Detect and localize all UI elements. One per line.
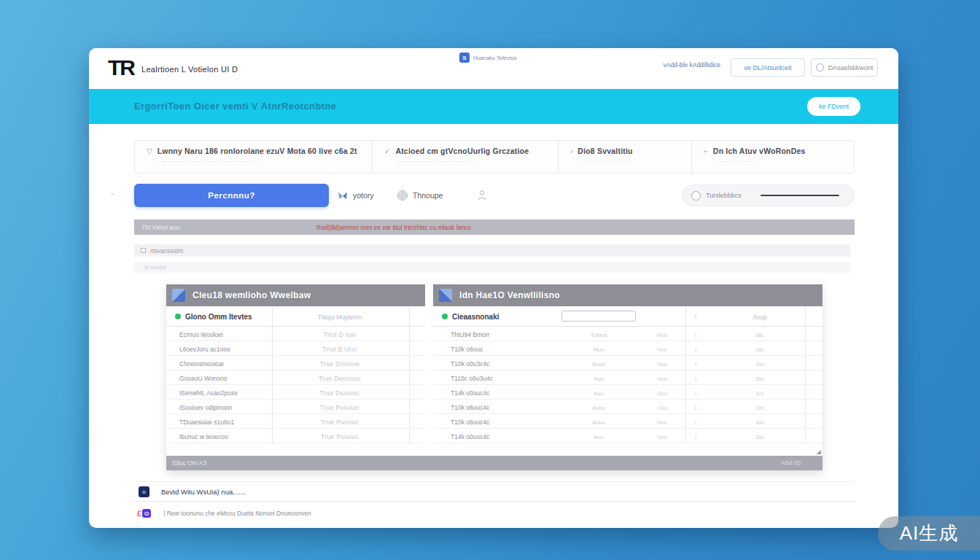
option-row-1[interactable]: rtsvacssatm xyxy=(134,244,850,257)
row-metric: 10c xyxy=(719,376,801,382)
row-name: T110c o6u3u4c xyxy=(451,375,493,382)
row-metric: 18c xyxy=(719,346,801,353)
row-value-a: Auu xyxy=(561,434,636,440)
table-row: T14k o0uuc4cAuuOuu110c xyxy=(433,385,822,400)
row-metric: 10c xyxy=(719,434,801,440)
row-name: L6oevJoru ac1ooo xyxy=(179,346,230,353)
step-3-icon: › xyxy=(570,147,572,155)
table-row: T10k o6uucAtuuNou118c xyxy=(433,341,822,356)
row-metric: 10c xyxy=(719,405,801,411)
action-user[interactable] xyxy=(477,184,487,207)
step-3-subtext: --- -- -- -- -- --- --- xyxy=(583,158,691,163)
butterfly-icon xyxy=(337,190,349,201)
table-row: T14k o0uoc4cAuuNou110c xyxy=(433,429,822,443)
left-col1-header: Glono Omm Itevtes xyxy=(185,313,252,321)
step-4-subtext: ------ -- -- -- --- xyxy=(716,158,854,163)
row-name: T14k o0uoc4c xyxy=(451,433,489,440)
option-row-2[interactable]: st anctui xyxy=(134,262,850,273)
row-metric: 10c xyxy=(719,361,801,368)
tr-logo: TR xyxy=(108,55,134,80)
right-panel: Idn Hae1O Venwllilisno Cieaasnonaki 1 Il… xyxy=(433,284,822,456)
step-4-icon: ⌐ xyxy=(704,147,708,155)
row-name: ThtU94 Bmorr xyxy=(451,331,489,338)
banner-event-button[interactable]: ke FDvent xyxy=(807,97,860,116)
data-panels: Cleu18 wemlioho Wwelbaw Glono Omm Itevte… xyxy=(166,284,822,470)
step-2[interactable]: ✓ Atcioed cm gtVcnoUurlig Grczatioe ----… xyxy=(372,141,558,173)
ai-watermark: AI生成 xyxy=(878,516,980,551)
row-count: 1 xyxy=(685,391,707,396)
table-row: ThtU94 BmorrTulmotNou188c xyxy=(433,327,822,341)
step-1-label: Lwnny Naru 186 ronlorolane ezuV Mota 60 … xyxy=(158,147,357,155)
step-4[interactable]: ⌐ Dn Ich Atuv vWoRonDes ------ -- -- -- … xyxy=(691,141,854,173)
row-value: Triul D iusi xyxy=(273,331,407,338)
footer-brand-logo: £ O xyxy=(137,509,151,518)
status-left-text: Situc Om A3 xyxy=(172,459,206,467)
signature-line xyxy=(761,195,839,196)
option-checkbox[interactable] xyxy=(141,248,146,253)
row-count: 1 xyxy=(685,420,707,425)
right-col1-header: Cieaasnonaki xyxy=(452,313,499,321)
action-thnoupe[interactable]: Thnoupe xyxy=(397,184,443,207)
row-value: True Diuiuiuc xyxy=(273,389,407,397)
status-dot-green xyxy=(442,314,448,319)
row-name: ISenwh6, Acao2puse xyxy=(179,389,238,397)
left-panel-columns: Glono Omm Itevtes Tlaqui Muyamm xyxy=(166,306,425,327)
row-metric: 10c xyxy=(719,419,801,426)
footer-row-1-text: Bevtd Witu WsUia) nua....... xyxy=(161,488,246,496)
row-count: 1 xyxy=(685,347,707,352)
fingerprint-icon xyxy=(397,190,408,201)
row-metric: 88c xyxy=(719,332,801,338)
row-value: Triut B Uroi xyxy=(273,346,407,353)
row-count: 1 xyxy=(685,376,707,381)
filter-radio[interactable] xyxy=(691,191,701,201)
option-row-1-label: rtsvacssatm xyxy=(150,247,183,254)
row-value-a: Tulmot xyxy=(561,332,636,338)
footer-row-2-text: | Rew toonunu che eMcou Dueta Nonvei Dnu… xyxy=(163,510,311,517)
primary-action-button[interactable]: Percnnnu? xyxy=(134,184,329,207)
table-row: L6oevJoru ac1oooTriut B Uroi xyxy=(166,341,425,356)
account-button[interactable]: DAsaelskkwont xyxy=(811,58,878,77)
account-button-label: DAsaelskkwont xyxy=(828,64,874,71)
table-row: GouaoU WononoTrue Duoouuc xyxy=(166,370,425,385)
verify-button[interactable]: ve DL/Atsunlceit xyxy=(731,58,805,77)
row-name: T10k o6uuc4c xyxy=(451,404,489,411)
badge-icon: S xyxy=(459,52,470,63)
step-2-label: Atcioed cm gtVcnoUurlig Grczatioe xyxy=(395,147,529,155)
footer-row-1[interactable]: o Bevtd Witu WsUia) nua....... xyxy=(134,481,855,502)
app-title: Lealrtioen L Votielon UI D xyxy=(141,65,238,74)
row-name: T10k o6uuc xyxy=(451,346,483,353)
row-value-b: Nou xyxy=(643,332,681,338)
account-circle-icon xyxy=(816,63,824,71)
step-1[interactable]: ▽ Lwnny Naru 186 ronlorolane ezuV Mota 6… xyxy=(135,141,372,173)
right-panel-title: Idn Hae1O Venwllilisno xyxy=(459,290,560,300)
panel-search-input[interactable] xyxy=(561,311,636,322)
table-row: TDuaesiaiai s1o6o1True Puiuiuc xyxy=(166,414,425,429)
footer-row-2[interactable]: £ O | Rew toonunu che eMcou Dueta Nonvei… xyxy=(134,505,855,522)
left-panel-header: Cleu18 wemlioho Wwelbaw xyxy=(166,284,425,306)
right-colv-header: Iluup xyxy=(719,314,801,321)
desktop-background: TR Lealrtioen L Votielon UI D S Huanaku … xyxy=(0,0,980,560)
row-value-a: Auu xyxy=(561,390,636,397)
resize-handle-icon[interactable]: ◢ xyxy=(817,448,821,455)
row-value-b: Nou xyxy=(643,346,681,353)
step-1-subtext: ---- --------- ------ ------- ------ ---… xyxy=(159,158,372,163)
header-center-badge: S Huanaku Televisa xyxy=(459,52,516,63)
action-votory[interactable]: yotory xyxy=(337,184,374,207)
table-row: T10k o0u3c4cBouoNou110c xyxy=(433,356,822,370)
footer-app-icon: o xyxy=(139,486,149,497)
step-3[interactable]: › Dio8 Svvaltitiu --- -- -- -- -- --- --… xyxy=(558,141,691,173)
row-value-a: Auu xyxy=(561,376,636,382)
right-panel-columns: Cieaasnonaki 1 Iluup xyxy=(433,306,822,327)
left-col2-header: Tlaqui Muyamm xyxy=(273,314,407,321)
row-value-b: Nou xyxy=(643,376,681,382)
status-right-text: A84 00 xyxy=(781,459,801,467)
collapse-chevron-icon[interactable]: ⌄ xyxy=(109,188,115,196)
notice-error-message: Red(tlld)ammm mes es var titul trtrcrhls… xyxy=(316,224,471,231)
left-panel-title: Cleu18 wemlioho Wwelbaw xyxy=(192,290,311,300)
cloud-panel-icon xyxy=(172,289,185,302)
step-1-icon: ▽ xyxy=(147,147,152,155)
table-row: ChneiosmooicarTrue Diooiuw xyxy=(166,356,425,370)
row-name: T10k o0u3c4c xyxy=(451,360,489,368)
step-3-label: Dio8 Svvaltitiu xyxy=(578,147,632,155)
row-count: 1 xyxy=(685,435,707,440)
